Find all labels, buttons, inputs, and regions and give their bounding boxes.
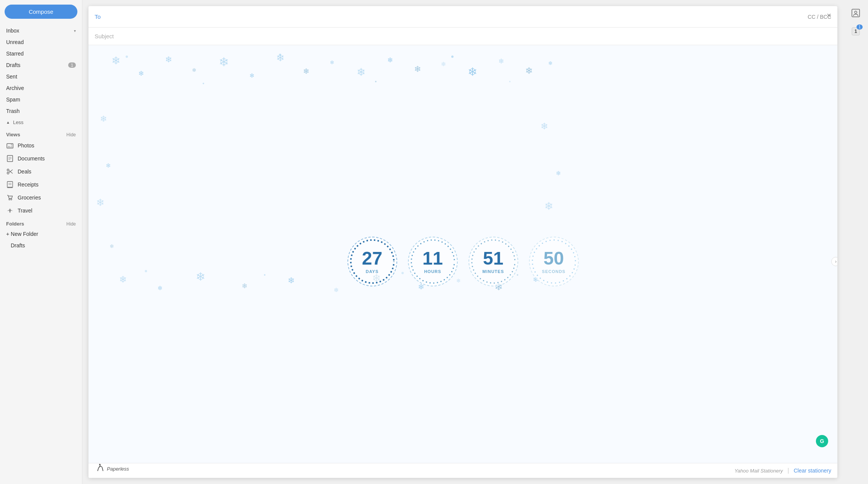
svg-text:❄: ❄ xyxy=(288,276,295,285)
folders-label: Folders xyxy=(6,221,24,227)
svg-rect-66 xyxy=(852,9,860,17)
svg-text:❄: ❄ xyxy=(276,52,285,64)
svg-text:❄: ❄ xyxy=(540,121,548,131)
clear-stationery-button[interactable]: Clear stationery xyxy=(794,468,831,474)
svg-point-34 xyxy=(203,83,204,84)
sidebar-item-inbox-label: Inbox xyxy=(6,28,72,34)
to-input[interactable] xyxy=(109,13,808,20)
svg-point-7 xyxy=(7,169,9,171)
seconds-circle: 50 SECONDS xyxy=(529,237,579,286)
sidebar-item-photos-label: Photos xyxy=(18,142,34,149)
sidebar-item-starred-label: Starred xyxy=(6,51,76,57)
svg-text:❄: ❄ xyxy=(157,285,162,291)
subject-row xyxy=(88,28,837,45)
sidebar-item-spam-label: Spam xyxy=(6,96,76,103)
compose-to-row: To CC / BCC xyxy=(88,6,837,28)
minutes-circle: 51 MINUTES xyxy=(468,237,518,286)
sidebar-item-drafts-folder[interactable]: Drafts xyxy=(0,240,82,251)
chevron-up-icon: ▲ xyxy=(6,120,10,124)
contacts-button[interactable] xyxy=(849,6,863,20)
sidebar-item-archive-label: Archive xyxy=(6,85,76,91)
svg-point-33 xyxy=(126,56,128,58)
svg-text:❄: ❄ xyxy=(96,197,105,208)
svg-point-65 xyxy=(100,464,101,465)
sidebar-item-receipts[interactable]: Receipts xyxy=(0,178,82,191)
hours-circle: 11 HOURS xyxy=(408,237,458,286)
svg-text:❄: ❄ xyxy=(441,61,446,67)
subject-input[interactable] xyxy=(95,28,831,45)
compose-button[interactable]: Compose xyxy=(5,5,77,19)
snow-background[interactable]: ❄ ❄ ❄ ❄ ❄ ❄ ❄ ❄ ❄ ❄ ❄ ❄ ❄ ❄ ❄ xyxy=(88,45,837,478)
sidebar-item-new-folder[interactable]: + New Folder xyxy=(0,228,82,240)
days-dots xyxy=(348,237,396,286)
sidebar-item-drafts[interactable]: Drafts 1 xyxy=(0,59,82,71)
sidebar-item-deals-label: Deals xyxy=(18,168,31,175)
compose-panel: × To CC / BCC ❄ ❄ ❄ ❄ xyxy=(88,6,837,478)
sidebar-item-travel[interactable]: Travel xyxy=(0,204,82,217)
days-circle: 27 DAYS xyxy=(347,237,397,286)
sidebar-item-sent-label: Sent xyxy=(6,74,76,80)
sidebar-item-groceries[interactable]: Groceries xyxy=(0,191,82,204)
sidebar-item-unread-label: Unread xyxy=(6,39,76,45)
sidebar-item-documents[interactable]: Documents xyxy=(0,152,82,165)
svg-point-58 xyxy=(264,274,265,276)
svg-text:❄: ❄ xyxy=(468,65,477,78)
sidebar-item-spam[interactable]: Spam xyxy=(0,94,82,105)
sidebar: Compose Inbox ▾ Unread Starred Drafts 1 … xyxy=(0,0,82,484)
svg-marker-1 xyxy=(7,146,13,148)
sidebar-item-unread[interactable]: Unread xyxy=(0,36,82,48)
svg-text:❄: ❄ xyxy=(334,287,339,293)
svg-text:❄: ❄ xyxy=(138,70,144,77)
svg-point-14 xyxy=(9,199,10,200)
svg-point-2 xyxy=(11,144,12,146)
views-label: Views xyxy=(6,132,20,137)
stationery-footer: Paperless Yahoo Mail Stationery | Clear … xyxy=(88,463,837,478)
hours-dots xyxy=(409,237,457,286)
svg-point-38 xyxy=(509,81,511,82)
sidebar-item-trash-label: Trash xyxy=(6,108,76,114)
svg-text:❄: ❄ xyxy=(548,60,553,66)
countdown-container: 27 DAYS 11 HOURS xyxy=(347,237,579,286)
svg-text:❄: ❄ xyxy=(387,56,393,64)
seconds-dots xyxy=(530,237,578,286)
sidebar-item-receipts-label: Receipts xyxy=(18,182,38,188)
svg-text:❄: ❄ xyxy=(192,67,197,73)
close-button[interactable]: × xyxy=(827,11,831,19)
sidebar-item-deals[interactable]: Deals xyxy=(0,165,82,178)
svg-text:❄: ❄ xyxy=(249,72,254,79)
contacts-icon xyxy=(851,8,860,18)
sidebar-item-photos[interactable]: Photos xyxy=(0,139,82,152)
svg-point-62 xyxy=(411,240,454,283)
minutes-dots xyxy=(469,237,518,286)
svg-text:❄: ❄ xyxy=(111,55,120,67)
less-button[interactable]: ▲ Less xyxy=(0,117,82,128)
scissors-icon xyxy=(6,168,14,175)
views-section-header: Views Hide xyxy=(0,128,82,139)
groceries-icon xyxy=(6,194,14,201)
folders-hide-button[interactable]: Hide xyxy=(66,221,76,227)
grammarly-button[interactable]: G xyxy=(816,435,828,447)
main-area: × To CC / BCC ❄ ❄ ❄ ❄ xyxy=(82,0,843,484)
sidebar-item-sent[interactable]: Sent xyxy=(0,71,82,82)
sidebar-item-inbox[interactable]: Inbox ▾ xyxy=(0,25,82,36)
sidebar-item-trash[interactable]: Trash xyxy=(0,105,82,117)
svg-text:❄: ❄ xyxy=(525,65,533,76)
svg-text:❄: ❄ xyxy=(330,59,334,65)
sidebar-item-groceries-label: Groceries xyxy=(18,195,41,201)
svg-text:❄: ❄ xyxy=(357,66,365,78)
sidebar-item-archive[interactable]: Archive xyxy=(0,82,82,94)
next-chevron-button[interactable]: › xyxy=(831,257,837,266)
sidebar-item-drafts-label: Drafts xyxy=(6,62,68,68)
compose-body: ❄ ❄ ❄ ❄ ❄ ❄ ❄ ❄ ❄ ❄ ❄ ❄ ❄ ❄ ❄ xyxy=(88,45,837,478)
drafts-folder-label: Drafts xyxy=(11,242,76,249)
notification-badge: 1 xyxy=(857,25,863,29)
notification-button[interactable]: 1 1 xyxy=(849,25,863,38)
folders-section-header: Folders Hide xyxy=(0,217,82,228)
travel-icon xyxy=(6,207,14,214)
svg-text:❄: ❄ xyxy=(414,64,421,74)
to-label: To xyxy=(95,13,106,20)
views-hide-button[interactable]: Hide xyxy=(66,132,76,137)
sidebar-item-documents-label: Documents xyxy=(18,155,45,162)
sidebar-item-starred[interactable]: Starred xyxy=(0,48,82,59)
yahoo-stationery-label: Yahoo Mail Stationery xyxy=(735,468,783,474)
